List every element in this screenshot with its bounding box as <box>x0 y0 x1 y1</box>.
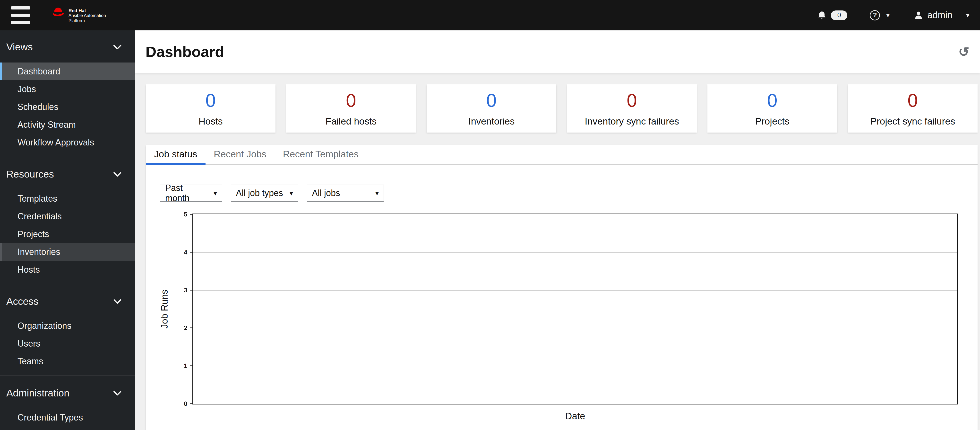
page-header: Dashboard ↺ <box>135 30 980 73</box>
chevron-down-icon <box>113 45 121 50</box>
card-inventories[interactable]: 0 Inventories <box>426 85 556 133</box>
card-hosts[interactable]: 0 Hosts <box>146 85 275 133</box>
nav-group-header-resources[interactable]: Resources <box>0 162 135 186</box>
user-menu-button[interactable]: admin ▾ <box>914 10 969 21</box>
brand-product-line2: Platform <box>68 18 106 23</box>
main-area: Dashboard ↺ 0 Hosts 0 Failed hosts 0 Inv… <box>135 30 980 430</box>
card-project-sync-failures-count[interactable]: 0 <box>908 91 918 110</box>
x-axis-label: Date <box>192 411 958 422</box>
y-tick-label: 3 <box>172 286 187 294</box>
gridline <box>193 328 957 328</box>
y-tick-label: 4 <box>172 249 187 256</box>
sidebar-item-jobs[interactable]: Jobs <box>0 80 135 98</box>
dashboard-content: 0 Hosts 0 Failed hosts 0 Inventories 0 I… <box>135 73 980 430</box>
filter-job-type-select[interactable]: All job types ▾ <box>231 185 298 202</box>
history-icon: ↺ <box>958 45 969 59</box>
red-hat-fedora-icon <box>51 7 65 17</box>
tab-job-status[interactable]: Job status <box>146 145 205 165</box>
tab-recent-templates[interactable]: Recent Templates <box>275 145 367 165</box>
y-tick-label: 5 <box>172 211 187 218</box>
user-icon <box>914 10 923 20</box>
y-tick-mark <box>190 214 192 215</box>
sidebar-item-inventories[interactable]: Inventories <box>0 243 135 261</box>
card-inventories-count[interactable]: 0 <box>486 91 496 110</box>
caret-down-icon: ▾ <box>208 189 217 197</box>
sidebar-item-credentials[interactable]: Credentials <box>0 208 135 225</box>
chart-plot-area: Job Runs 5 4 3 2 <box>192 214 958 404</box>
nav-group-header-administration[interactable]: Administration <box>0 381 135 405</box>
y-tick-mark <box>190 366 192 366</box>
summary-cards-row: 0 Hosts 0 Failed hosts 0 Inventories 0 I… <box>146 85 978 133</box>
sidebar-item-schedules[interactable]: Schedules <box>0 98 135 116</box>
nav-list-views: Dashboard Jobs Schedules Activity Stream… <box>0 62 135 151</box>
chart-filters: Past month ▾ All job types ▾ All jobs ▾ <box>160 185 978 202</box>
sidebar-item-organizations[interactable]: Organizations <box>0 317 135 335</box>
brand-text: Red Hat Ansible Automation Platform <box>68 7 106 23</box>
sidebar-item-users[interactable]: Users <box>0 335 135 352</box>
hamburger-icon <box>11 6 30 10</box>
bell-icon <box>817 10 826 21</box>
tab-recent-jobs[interactable]: Recent Jobs <box>205 145 275 165</box>
y-tick-label: 0 <box>172 400 187 408</box>
caret-down-icon: ▾ <box>284 189 293 197</box>
nav-group-administration: Administration Credential Types Notifica… <box>0 381 135 430</box>
username: admin <box>927 10 953 21</box>
filter-jobs-select[interactable]: All jobs ▾ <box>307 185 384 202</box>
card-failed-hosts-label: Failed hosts <box>326 116 377 127</box>
brand-name: Red Hat <box>68 8 106 13</box>
caret-down-icon: ▾ <box>369 189 379 197</box>
card-hosts-count[interactable]: 0 <box>205 91 216 110</box>
nav-toggle-button[interactable] <box>11 6 30 24</box>
nav-group-resources: Resources Templates Credentials Projects… <box>0 162 135 284</box>
card-projects-count[interactable]: 0 <box>767 91 777 110</box>
y-tick-label: 1 <box>172 362 187 369</box>
question-circle-icon: ? <box>870 10 880 21</box>
sidebar-item-workflow-approvals[interactable]: Workflow Approvals <box>0 134 135 151</box>
gridline <box>193 252 957 253</box>
card-project-sync-failures[interactable]: 0 Project sync failures <box>848 85 978 133</box>
masthead-toolbar: 0 ? ▾ admin ▾ <box>817 10 969 21</box>
card-inventory-sync-failures-count[interactable]: 0 <box>627 91 637 110</box>
sidebar-item-templates[interactable]: Templates <box>0 190 135 208</box>
help-menu-button[interactable]: ? ▾ <box>870 10 889 21</box>
chevron-down-icon: ▾ <box>966 12 969 19</box>
card-failed-hosts[interactable]: 0 Failed hosts <box>286 85 416 133</box>
nav-group-label: Administration <box>6 387 70 399</box>
sidebar-item-hosts[interactable]: Hosts <box>0 261 135 278</box>
sidebar-item-teams[interactable]: Teams <box>0 352 135 370</box>
card-project-sync-failures-label: Project sync failures <box>870 116 955 127</box>
job-status-panel: Job status Recent Jobs Recent Templates … <box>146 145 978 430</box>
nav-group-header-access[interactable]: Access <box>0 289 135 313</box>
card-inventory-sync-failures[interactable]: 0 Inventory sync failures <box>567 85 697 133</box>
card-projects[interactable]: 0 Projects <box>708 85 837 133</box>
notifications-count-badge[interactable]: 0 <box>831 10 847 20</box>
card-hosts-label: Hosts <box>199 116 223 127</box>
sidebar-item-notifications[interactable]: Notifications <box>0 426 135 430</box>
nav-list-resources: Templates Credentials Projects Inventori… <box>0 190 135 278</box>
filter-period-select[interactable]: Past month ▾ <box>160 185 222 202</box>
notifications-button[interactable] <box>817 10 826 21</box>
nav-group-header-views[interactable]: Views <box>0 35 135 59</box>
card-inventories-label: Inventories <box>468 116 515 127</box>
sidebar-item-activity-stream[interactable]: Activity Stream <box>0 116 135 134</box>
card-inventory-sync-failures-label: Inventory sync failures <box>585 116 679 127</box>
sidebar-item-dashboard[interactable]: Dashboard <box>0 62 135 80</box>
chevron-down-icon <box>113 299 121 304</box>
nav-list-administration: Credential Types Notifications <box>0 409 135 430</box>
refresh-history-button[interactable]: ↺ <box>958 45 969 58</box>
filter-period-value: Past month <box>165 183 208 203</box>
y-tick-mark <box>190 290 192 290</box>
card-projects-label: Projects <box>755 116 789 127</box>
nav-group-access: Access Organizations Users Teams <box>0 289 135 376</box>
sidebar-nav: Views Dashboard Jobs Schedules Activity … <box>0 30 135 430</box>
card-failed-hosts-count[interactable]: 0 <box>346 91 356 110</box>
gridline <box>193 366 957 366</box>
sidebar-item-projects[interactable]: Projects <box>0 225 135 243</box>
nav-group-views: Views Dashboard Jobs Schedules Activity … <box>0 35 135 157</box>
y-tick-mark <box>190 328 192 328</box>
brand-logo: Red Hat Ansible Automation Platform <box>51 7 106 23</box>
sidebar-item-credential-types[interactable]: Credential Types <box>0 409 135 426</box>
brand-product-line1: Ansible Automation <box>68 13 106 18</box>
chevron-down-icon: ▾ <box>886 12 889 19</box>
page-title: Dashboard <box>146 43 224 60</box>
